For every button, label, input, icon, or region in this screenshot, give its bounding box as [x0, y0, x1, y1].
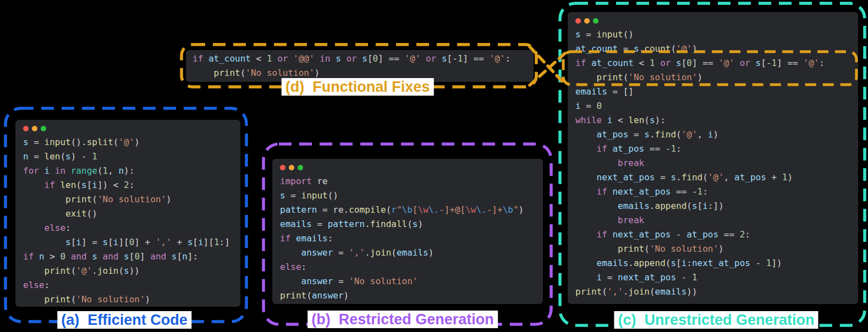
code-line: break [575, 213, 850, 228]
code-line: s = input() [575, 27, 850, 42]
code-line: emails.append(s[i:]) [575, 199, 850, 213]
panel-b-caption: (b) Restricted Generation [307, 311, 498, 328]
code-line: break [575, 156, 850, 170]
panel-a-caption: (a) Efficient Code [57, 311, 191, 329]
code-line: answer = 'No solution' [280, 274, 535, 289]
connector-cross-line-down [530, 47, 563, 82]
code-line: print('No solution') [575, 242, 850, 256]
code-line: if at_pos == -1: [575, 142, 850, 156]
code-line: i = next_at_pos - 1 [575, 270, 850, 285]
code-line: print('No solution') [23, 292, 233, 307]
code-line: at_pos = s.find('@', i) [575, 128, 850, 142]
code-line: while i < len(s): [575, 113, 850, 128]
yellow-dot-icon [32, 126, 37, 131]
code-line: next_at_pos = s.find('@', at_pos + 1) [575, 170, 850, 185]
code-line: s = input() [280, 189, 535, 203]
code-block-d: if at_count < 1 or '@@' in s or s[0] == … [193, 52, 527, 80]
green-dot-icon [298, 165, 303, 170]
code-line: emails = pattern.findall(s) [280, 217, 535, 231]
code-line: emails.append(s[i:next_at_pos - 1]) [575, 256, 850, 270]
code-block-c: s = input()at_count = s.count('@')if at_… [575, 27, 850, 299]
panel-c-caption: (c) Unrestricted Generation [614, 311, 818, 329]
red-dot-icon [575, 18, 581, 24]
code-block-b: import res = input()pattern = re.compile… [280, 174, 535, 303]
code-line: if at_count < 1 or '@@' in s or s[0] == … [193, 52, 527, 66]
yellow-dot-icon [584, 18, 590, 24]
code-line: i = 0 [575, 99, 850, 113]
code-line: s = input().split('@') [23, 135, 233, 150]
code-window-d: if at_count < 1 or '@@' in s or s[0] == … [186, 50, 534, 82]
code-line: if next_at_pos - at_pos == 2: [575, 228, 850, 242]
yellow-dot-icon [289, 165, 294, 170]
code-line: else: [280, 260, 535, 274]
code-line: if next_at_pos == -1: [575, 185, 850, 199]
connector-cross-line-up [530, 53, 565, 85]
code-line: for i in range(1, n): [23, 164, 233, 178]
code-line: if len(s[i]) < 2: [23, 178, 233, 192]
code-line: n = len(s) - 1 [23, 150, 233, 164]
red-dot-icon [280, 165, 285, 170]
code-line: else: [23, 278, 233, 292]
code-line: print('@'.join(s)) [23, 264, 233, 278]
code-line: exit() [23, 207, 233, 221]
code-line: if n > 0 and s and s[0] and s[n]: [23, 250, 233, 264]
code-block-a: s = input().split('@')n = len(s) - 1for … [23, 135, 233, 307]
code-line: s[i] = s[i][0] + ',' + s[i][1:] [23, 235, 233, 250]
code-window-b: import res = input()pattern = re.compile… [272, 159, 543, 304]
traffic-lights [575, 18, 850, 24]
code-window-c: s = input()at_count = s.count('@')if at_… [568, 12, 858, 304]
code-line: print(','.join(emails)) [575, 285, 850, 299]
code-line: else: [23, 221, 233, 235]
code-line: if at_count < 1 or s[0] == '@' or s[-1] … [575, 56, 850, 70]
code-line: import re [280, 174, 535, 189]
red-dot-icon [23, 126, 29, 131]
code-line: pattern = re.compile(r"\b[\w\.-]+@[\w\.-… [280, 203, 535, 217]
panel-d-caption: (d) Functional Fixes [282, 78, 434, 96]
code-line: print(answer) [280, 289, 535, 303]
code-window-a: s = input().split('@')n = len(s) - 1for … [15, 120, 240, 307]
traffic-lights [280, 164, 535, 171]
code-line: if emails: [280, 231, 535, 246]
code-line: at_count = s.count('@') [575, 42, 850, 56]
code-line: print('No solution') [575, 70, 850, 85]
code-line: print('No solution') [23, 192, 233, 207]
traffic-lights [23, 125, 233, 132]
green-dot-icon [41, 126, 46, 131]
green-dot-icon [593, 18, 598, 24]
code-line: answer = ','.join(emails) [280, 246, 535, 260]
code-line: emails = [] [575, 85, 850, 99]
